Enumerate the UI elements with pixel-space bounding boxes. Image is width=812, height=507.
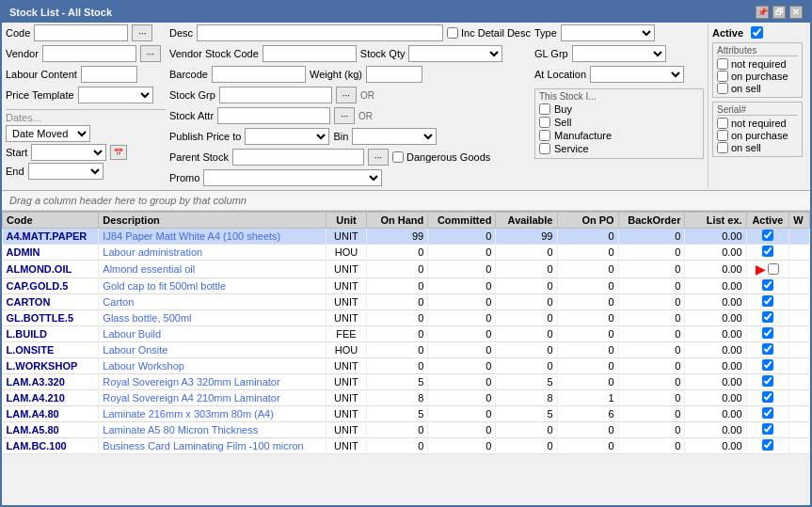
active-cell[interactable] bbox=[746, 229, 789, 245]
vendor-dots-btn[interactable]: ··· bbox=[140, 45, 161, 62]
calendar-icon[interactable]: 📅 bbox=[110, 145, 127, 160]
active-checkbox[interactable] bbox=[762, 423, 773, 435]
active-checkbox[interactable] bbox=[762, 439, 773, 451]
table-row[interactable]: LAM.BC.100Business Card Laminating Film … bbox=[3, 438, 810, 454]
stock-grp-input[interactable] bbox=[219, 87, 332, 103]
publish-select[interactable] bbox=[245, 128, 329, 145]
table-row[interactable]: L.WORKSHOPLabour WorkshopUNIT000000.00 bbox=[3, 358, 810, 374]
table-row[interactable]: L.ONSITELabour OnsiteHOU000000.00 bbox=[3, 342, 810, 358]
table-row[interactable]: ADMINLabour administrationHOU000000.00 bbox=[3, 245, 810, 261]
active-checkbox[interactable] bbox=[768, 263, 779, 275]
bin-select[interactable] bbox=[352, 128, 437, 145]
table-row[interactable]: ALMOND.OILAlmond essential oilUNIT000000… bbox=[3, 261, 810, 278]
table-row[interactable]: LAM.A3.320Royal Sovereign A3 320mm Lamin… bbox=[3, 374, 810, 390]
manufacture-checkbox[interactable] bbox=[539, 130, 550, 141]
col-header-list-ex[interactable]: List ex. bbox=[685, 213, 746, 229]
col-header-on-hand[interactable]: On Hand bbox=[367, 213, 428, 229]
active-cell[interactable] bbox=[746, 326, 789, 342]
service-checkbox[interactable] bbox=[539, 143, 550, 154]
col-header-code[interactable]: Code bbox=[3, 213, 99, 229]
col-header-on-po[interactable]: On PO bbox=[557, 213, 618, 229]
active-checkbox[interactable] bbox=[762, 230, 773, 241]
at-location-select[interactable] bbox=[590, 66, 684, 83]
type-select[interactable] bbox=[561, 24, 655, 41]
active-filter-checkbox[interactable] bbox=[751, 26, 763, 39]
active-checkbox[interactable] bbox=[762, 407, 773, 419]
table-row[interactable]: LAM.A5.80Laminate A5 80 Micron Thickness… bbox=[3, 422, 810, 438]
vendor-input[interactable] bbox=[42, 45, 136, 62]
promo-select[interactable] bbox=[203, 169, 382, 186]
serial-on-sell-checkbox[interactable] bbox=[717, 142, 728, 153]
active-checkbox[interactable] bbox=[762, 375, 773, 387]
active-checkbox[interactable] bbox=[762, 359, 773, 371]
table-row[interactable]: A4.MATT.PAPERIJ84 Paper Matt White A4 (1… bbox=[3, 229, 810, 245]
gl-grp-select[interactable] bbox=[572, 45, 666, 62]
stock-grp-dots-btn[interactable]: ··· bbox=[336, 87, 357, 103]
col-header-available[interactable]: Available bbox=[496, 213, 557, 229]
active-checkbox[interactable] bbox=[762, 391, 773, 403]
active-cell[interactable] bbox=[746, 390, 789, 406]
close-button[interactable]: ✕ bbox=[789, 6, 803, 19]
stock-attr-input[interactable] bbox=[217, 107, 330, 124]
data-grid[interactable]: Code Description Unit On Hand Committed … bbox=[2, 211, 810, 505]
table-row[interactable]: L.BUILDLabour BuildFEE000000.00 bbox=[3, 326, 810, 342]
stock-attr-dots-btn[interactable]: ··· bbox=[334, 107, 355, 124]
labour-input[interactable] bbox=[81, 66, 137, 83]
restore-button[interactable]: 🗗 bbox=[772, 6, 786, 19]
code-input[interactable] bbox=[34, 24, 128, 41]
price-template-select[interactable] bbox=[78, 87, 153, 103]
col-header-backorder[interactable]: BackOrder bbox=[618, 213, 685, 229]
active-checkbox[interactable] bbox=[762, 311, 773, 323]
sell-row: Sell bbox=[539, 117, 699, 128]
barcode-input[interactable] bbox=[212, 66, 306, 83]
col-header-description[interactable]: Description bbox=[99, 213, 326, 229]
table-row[interactable]: LAM.A4.80Laminate 216mm x 303mm 80m (A4)… bbox=[3, 406, 810, 422]
active-cell[interactable] bbox=[746, 406, 789, 422]
active-checkbox[interactable] bbox=[762, 295, 773, 307]
col-header-w[interactable]: W bbox=[789, 213, 810, 229]
col-header-committed[interactable]: Committed bbox=[428, 213, 496, 229]
weight-input[interactable] bbox=[366, 66, 422, 83]
active-checkbox[interactable] bbox=[762, 246, 773, 257]
active-cell[interactable] bbox=[746, 294, 789, 310]
attr-on-sell-checkbox[interactable] bbox=[717, 83, 728, 94]
stock-qty-select[interactable] bbox=[408, 45, 502, 62]
active-cell[interactable] bbox=[746, 278, 789, 294]
buy-checkbox[interactable] bbox=[539, 103, 550, 115]
parent-stock-dots-btn[interactable]: ··· bbox=[368, 149, 389, 166]
sell-checkbox[interactable] bbox=[539, 117, 550, 128]
serial-on-purchase-checkbox[interactable] bbox=[717, 130, 728, 141]
table-row[interactable]: CARTONCartonUNIT000000.00 bbox=[3, 294, 810, 310]
end-select[interactable] bbox=[28, 163, 103, 180]
active-checkbox[interactable] bbox=[762, 327, 773, 339]
active-cell[interactable]: ▶ bbox=[746, 261, 789, 278]
active-checkbox[interactable] bbox=[762, 343, 773, 355]
serial-not-required-checkbox[interactable] bbox=[717, 118, 728, 129]
active-cell[interactable] bbox=[746, 374, 789, 390]
desc-input[interactable] bbox=[197, 24, 443, 41]
code-dots-btn[interactable]: ··· bbox=[132, 24, 152, 41]
col-header-active[interactable]: Active bbox=[746, 213, 789, 229]
pin-button[interactable]: 📌 bbox=[756, 6, 769, 19]
bin-label: Bin bbox=[333, 131, 348, 142]
inc-detail-checkbox[interactable] bbox=[447, 27, 458, 39]
active-cell[interactable] bbox=[746, 422, 789, 438]
table-row[interactable]: GL.BOTTLE.5Glass bottle, 500mlUNIT000000… bbox=[3, 310, 810, 326]
parent-stock-input[interactable] bbox=[232, 149, 364, 166]
vendor-stock-input[interactable] bbox=[263, 45, 357, 62]
active-cell[interactable] bbox=[746, 438, 789, 454]
active-cell[interactable] bbox=[746, 358, 789, 374]
attr-on-purchase-checkbox[interactable] bbox=[717, 71, 728, 82]
active-cell[interactable] bbox=[746, 342, 789, 358]
start-select[interactable] bbox=[31, 144, 106, 161]
attr-not-required-checkbox[interactable] bbox=[717, 58, 728, 70]
table-row[interactable]: LAM.A4.210Royal Sovereign A4 210mm Lamin… bbox=[3, 390, 810, 406]
table-row[interactable]: CAP.GOLD.5Gold cap to fit 500ml bottleUN… bbox=[3, 278, 810, 294]
active-cell[interactable] bbox=[746, 245, 789, 261]
dangerous-goods-checkbox[interactable] bbox=[392, 151, 404, 163]
col-header-unit[interactable]: Unit bbox=[326, 213, 366, 229]
active-cell[interactable] bbox=[746, 310, 789, 326]
date-moved-select[interactable]: Date Moved bbox=[6, 125, 90, 142]
active-checkbox[interactable] bbox=[762, 279, 773, 291]
or-text-2: OR bbox=[358, 111, 373, 121]
